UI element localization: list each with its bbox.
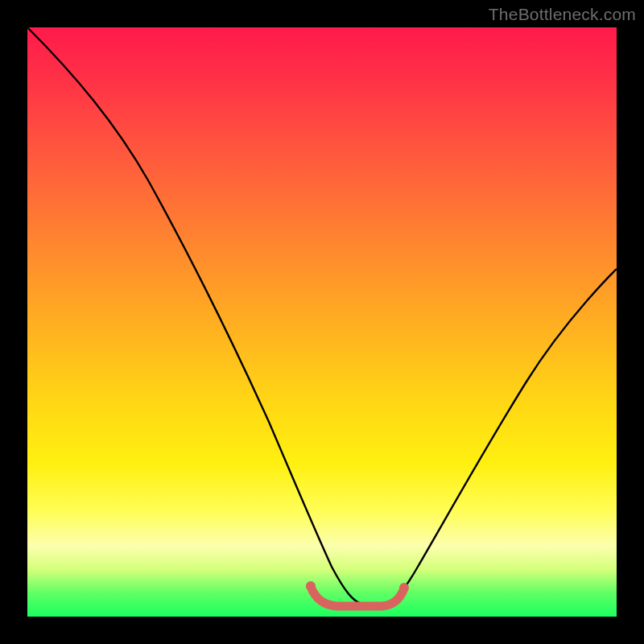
plot-area <box>27 27 617 617</box>
bottleneck-curve <box>27 27 617 604</box>
valley-marker-dot-right <box>399 583 409 592</box>
watermark-text: TheBottleneck.com <box>489 5 636 24</box>
valley-marker <box>311 587 404 606</box>
chart-svg <box>27 27 617 617</box>
chart-frame: TheBottleneck.com <box>0 0 644 644</box>
valley-marker-dot-left <box>306 581 316 591</box>
